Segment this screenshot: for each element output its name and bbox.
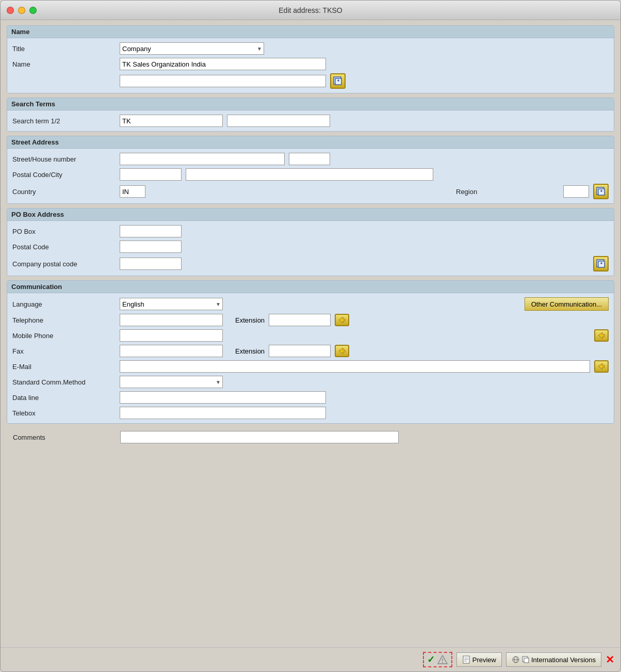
search-terms-header: Search Terms — [7, 98, 614, 110]
po-box-input[interactable] — [120, 225, 182, 237]
name-input2[interactable] — [120, 75, 326, 87]
mobile-row: Mobile Phone — [12, 329, 609, 342]
telephone-label: Telephone — [12, 316, 116, 324]
comments-label: Comments — [13, 434, 116, 441]
form-content: Name Title Company Mr. Ms. Dr. ▼ — [1, 20, 620, 647]
postal-city-row: Postal Code/City — [12, 168, 609, 181]
std-comm-select[interactable]: Telephone Fax E-Mail — [120, 376, 223, 388]
versions-icon — [522, 656, 529, 663]
bottom-toolbar: ✓ Preview — [1, 647, 620, 671]
telephone-input[interactable] — [120, 314, 223, 326]
region-input[interactable] — [563, 185, 589, 198]
search-term-input1[interactable] — [120, 115, 223, 127]
search-terms-body: Search term 1/2 — [7, 110, 614, 131]
street-address-header: Street Address — [7, 136, 614, 149]
mobile-link-button[interactable] — [594, 329, 609, 342]
name-section-header: Name — [7, 26, 614, 38]
street-input[interactable] — [120, 153, 285, 165]
cancel-nav-icon[interactable] — [437, 654, 448, 665]
po-postal-label: Postal Code — [12, 243, 116, 251]
name-row2 — [12, 73, 609, 89]
language-select[interactable]: English German French Spanish — [120, 298, 223, 310]
telephone-link-button[interactable] — [335, 314, 349, 326]
street-expand-button[interactable] — [593, 184, 609, 199]
international-versions-button[interactable]: International Versions — [506, 652, 601, 667]
svg-marker-15 — [598, 363, 604, 370]
comments-section: Comments — [7, 428, 614, 446]
region-label: Region — [456, 188, 559, 196]
city-input[interactable] — [186, 168, 433, 181]
fax-input[interactable] — [120, 345, 223, 357]
name-row1: Name — [12, 58, 609, 70]
house-input[interactable] — [289, 153, 330, 165]
comments-input[interactable] — [120, 431, 399, 443]
communication-body: Language English German French Spanish ▼… — [7, 293, 614, 423]
name-section-body: Title Company Mr. Ms. Dr. ▼ Name — [7, 38, 614, 93]
email-input[interactable] — [120, 360, 590, 373]
title-select-wrapper: Company Mr. Ms. Dr. ▼ — [120, 42, 264, 55]
country-row: Country Region — [12, 184, 609, 199]
close-cancel-icon[interactable]: ✕ — [606, 653, 614, 666]
language-label: Language — [12, 300, 116, 308]
telebox-label: Telebox — [12, 409, 116, 417]
minimize-button[interactable] — [18, 7, 25, 14]
confirm-check-icon[interactable]: ✓ — [427, 654, 435, 665]
po-box-label: PO Box — [12, 228, 116, 235]
company-postal-input[interactable] — [120, 258, 182, 270]
preview-label: Preview — [472, 656, 496, 664]
name-expand-button[interactable] — [330, 73, 346, 89]
telebox-input[interactable] — [120, 407, 326, 419]
std-comm-select-wrapper: Telephone Fax E-Mail ▼ — [120, 376, 223, 388]
email-label: E-Mail — [12, 363, 116, 371]
data-line-input[interactable] — [120, 391, 326, 404]
maximize-button[interactable] — [29, 7, 37, 14]
fax-extension-label: Extension — [235, 347, 265, 355]
name-label: Name — [12, 60, 116, 68]
fax-label: Fax — [12, 347, 116, 355]
telephone-extension-input[interactable] — [269, 314, 331, 326]
preview-button[interactable]: Preview — [456, 652, 502, 667]
po-box-row: PO Box — [12, 225, 609, 237]
title-row: Title Company Mr. Ms. Dr. ▼ — [12, 42, 609, 55]
search-term-label: Search term 1/2 — [12, 117, 116, 125]
fax-link-button[interactable] — [335, 345, 349, 357]
other-communication-button[interactable]: Other Communication... — [525, 297, 609, 311]
street-address-body: Street/House number Postal Code/City Cou… — [7, 149, 614, 203]
email-link-button[interactable] — [594, 360, 609, 373]
street-row: Street/House number — [12, 153, 609, 165]
name-section: Name Title Company Mr. Ms. Dr. ▼ — [7, 25, 614, 93]
data-line-label: Data line — [12, 394, 116, 402]
name-input1[interactable] — [120, 58, 326, 70]
po-box-header: PO Box Address — [7, 209, 614, 221]
po-expand-button[interactable] — [593, 256, 609, 271]
fax-row: Fax Extension — [12, 345, 609, 357]
title-select[interactable]: Company Mr. Ms. Dr. — [120, 42, 264, 55]
po-box-body: PO Box Postal Code Company postal code — [7, 221, 614, 276]
preview-icon — [462, 655, 470, 664]
search-term-input2[interactable] — [227, 115, 330, 127]
title-label: Title — [12, 45, 116, 53]
svg-point-18 — [442, 662, 443, 663]
international-icon — [512, 655, 520, 664]
std-comm-row: Standard Comm.Method Telephone Fax E-Mai… — [12, 376, 609, 388]
data-line-row: Data line — [12, 391, 609, 404]
extension-label1: Extension — [235, 316, 265, 324]
language-row: Language English German French Spanish ▼… — [12, 297, 609, 311]
fax-extension-input[interactable] — [269, 345, 331, 357]
search-term-row: Search term 1/2 — [12, 115, 609, 127]
telephone-row: Telephone Extension — [12, 314, 609, 326]
svg-marker-14 — [339, 348, 345, 354]
postal-code-input[interactable] — [120, 168, 182, 181]
company-postal-row: Company postal code — [12, 256, 609, 271]
close-button[interactable] — [7, 7, 14, 14]
std-comm-label: Standard Comm.Method — [12, 378, 116, 386]
main-window: Edit address: TKSO Name Title Company Mr… — [0, 0, 621, 672]
mobile-input[interactable] — [120, 329, 223, 342]
communication-section: Communication Language English German Fr… — [7, 280, 614, 424]
country-input[interactable] — [120, 185, 145, 198]
language-select-wrapper: English German French Spanish ▼ — [120, 298, 223, 310]
po-postal-input[interactable] — [120, 241, 182, 253]
mobile-label: Mobile Phone — [12, 332, 116, 340]
email-row: E-Mail — [12, 360, 609, 373]
international-label: International Versions — [531, 656, 596, 664]
